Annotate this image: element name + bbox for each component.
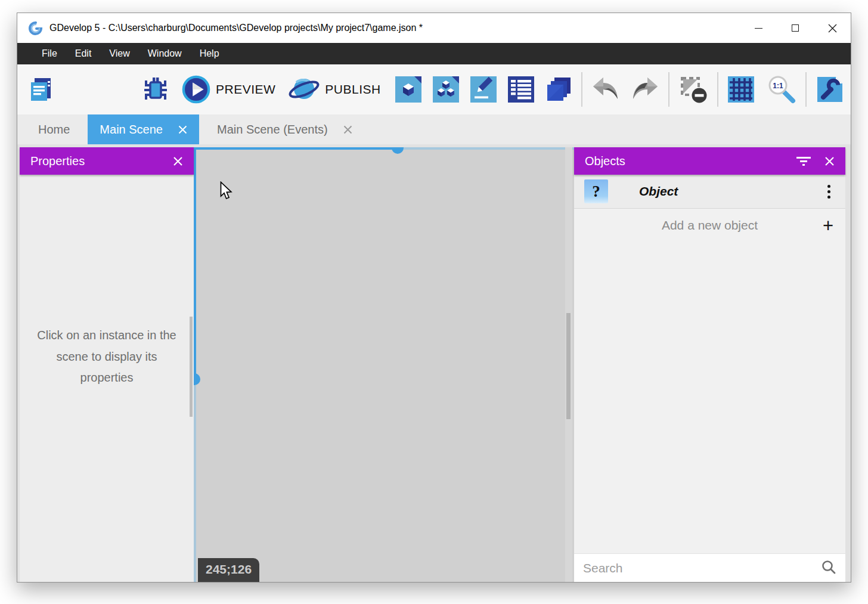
- properties-empty-message: Click on an instance in the scene to dis…: [20, 325, 194, 389]
- redo-icon[interactable]: [630, 75, 660, 104]
- tab-label: Home: [38, 123, 70, 137]
- debug-icon[interactable]: [141, 75, 170, 104]
- edit-object-icon[interactable]: [394, 75, 423, 104]
- preview-button-label[interactable]: PREVIEW: [216, 82, 275, 97]
- objects-close-button[interactable]: [824, 156, 835, 166]
- properties-panel-title: Properties: [30, 154, 85, 168]
- canvas-scrollbar[interactable]: [566, 313, 571, 419]
- edit-scene-pencil-icon[interactable]: [469, 75, 498, 104]
- object-menu-button[interactable]: [823, 182, 835, 201]
- properties-close-button[interactable]: [173, 156, 183, 166]
- objects-panel-title: Objects: [585, 154, 625, 168]
- scene-window-border-left-light: [194, 380, 196, 582]
- maximize-icon: [792, 24, 799, 32]
- add-object-row[interactable]: Add a new object +: [574, 209, 845, 242]
- mouse-cursor-icon: [220, 181, 234, 203]
- cursor-coordinates-badge: 245;126: [198, 558, 259, 582]
- scene-window-border-top-light: [398, 147, 574, 150]
- app-window: GDevelop 5 - C:\Users\charburg\Documents…: [17, 13, 851, 583]
- object-thumbnail-icon: ?: [584, 179, 608, 203]
- tab-bar: Home Main Scene Main Scene (Events): [17, 114, 851, 144]
- properties-panel-header: Properties: [20, 147, 194, 175]
- tab-close-icon[interactable]: [343, 125, 352, 134]
- tab-main-scene-events[interactable]: Main Scene (Events): [199, 114, 370, 144]
- menu-help[interactable]: Help: [191, 43, 228, 64]
- gdevelop-logo-icon: [27, 20, 43, 36]
- project-manager-icon[interactable]: [27, 75, 55, 104]
- toolbar-divider: [805, 72, 807, 107]
- close-icon: [828, 24, 837, 33]
- resize-handle-top[interactable]: [392, 147, 404, 154]
- maximize-button[interactable]: [777, 13, 814, 43]
- plus-icon[interactable]: +: [813, 216, 833, 235]
- search-input[interactable]: [583, 561, 821, 575]
- tab-close-icon[interactable]: [178, 125, 187, 134]
- preview-play-icon[interactable]: [182, 75, 210, 104]
- scene-window-border-top: [194, 147, 398, 150]
- undo-icon[interactable]: [591, 75, 621, 104]
- tab-home[interactable]: Home: [20, 114, 88, 144]
- properties-scrollbar[interactable]: [190, 317, 193, 417]
- object-list-item[interactable]: ? Object: [574, 175, 845, 209]
- zoom-1-1-icon[interactable]: 1:1: [766, 75, 797, 104]
- project-tools-wrench-icon[interactable]: [815, 75, 845, 104]
- menu-file[interactable]: File: [33, 43, 66, 64]
- objects-panel-header: Objects: [574, 147, 845, 175]
- main-content: Properties Click on an instance in the s…: [17, 144, 851, 582]
- minimize-icon: [755, 28, 762, 29]
- publish-button-label[interactable]: PUBLISH: [325, 82, 380, 97]
- toolbar-divider: [581, 72, 582, 107]
- tab-main-scene[interactable]: Main Scene: [88, 114, 199, 144]
- window-title: GDevelop 5 - C:\Users\charburg\Documents…: [49, 23, 423, 33]
- scene-window-border-left: [194, 147, 196, 380]
- filter-button[interactable]: [796, 156, 811, 166]
- minimize-button[interactable]: [740, 13, 777, 43]
- svg-text:1:1: 1:1: [773, 82, 783, 90]
- objects-list-empty-area: [574, 242, 845, 553]
- properties-panel-body: Click on an instance in the scene to dis…: [20, 175, 194, 582]
- menu-view[interactable]: View: [100, 43, 138, 64]
- close-icon: [824, 156, 835, 166]
- toolbar-divider: [668, 72, 669, 107]
- menu-edit[interactable]: Edit: [66, 43, 101, 64]
- events-list-icon[interactable]: [507, 75, 535, 104]
- instances-layers-icon[interactable]: [544, 75, 573, 104]
- scene-canvas[interactable]: 245;126: [194, 147, 574, 582]
- clear-selection-icon[interactable]: [678, 75, 709, 104]
- title-bar: GDevelop 5 - C:\Users\charburg\Documents…: [17, 13, 851, 43]
- properties-panel: Properties Click on an instance in the s…: [20, 147, 194, 582]
- close-button[interactable]: [814, 13, 851, 43]
- menu-bar: File Edit View Window Help: [17, 43, 851, 64]
- grid-icon[interactable]: [727, 75, 755, 104]
- filter-icon: [796, 156, 811, 166]
- publish-globe-icon[interactable]: [289, 75, 320, 104]
- object-search-bar: [574, 553, 845, 582]
- tab-label: Main Scene: [100, 123, 163, 137]
- tab-label: Main Scene (Events): [217, 123, 328, 137]
- close-icon: [173, 156, 183, 166]
- add-object-label: Add a new object: [586, 218, 813, 233]
- toolbar: PREVIEW PUBLISH: [17, 64, 851, 114]
- objects-groups-icon[interactable]: [432, 75, 460, 104]
- resize-handle-left[interactable]: [194, 373, 200, 385]
- menu-window[interactable]: Window: [139, 43, 191, 64]
- search-icon: [821, 559, 836, 577]
- object-name: Object: [639, 184, 678, 199]
- objects-panel: Objects ? Object Add a new object +: [574, 147, 845, 582]
- toolbar-divider: [717, 72, 718, 107]
